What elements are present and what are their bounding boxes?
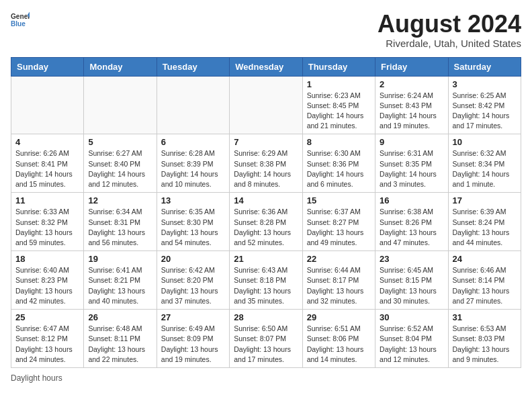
calendar-table: SundayMondayTuesdayWednesdayThursdayFrid… — [11, 57, 521, 368]
day-info: Sunrise: 6:44 AM Sunset: 8:17 PM Dayligh… — [307, 265, 371, 306]
month-year-title: August 2024 — [378, 11, 521, 38]
calendar-cell — [157, 76, 229, 134]
day-number: 31 — [453, 312, 517, 322]
weekday-header-saturday: Saturday — [448, 57, 521, 76]
calendar-cell: 26Sunrise: 6:48 AM Sunset: 8:11 PM Dayli… — [84, 310, 157, 368]
calendar-cell: 15Sunrise: 6:37 AM Sunset: 8:27 PM Dayli… — [302, 193, 375, 251]
calendar-cell: 19Sunrise: 6:41 AM Sunset: 8:21 PM Dayli… — [84, 251, 157, 310]
footer-note: Daylight hours — [11, 373, 521, 383]
day-info: Sunrise: 6:23 AM Sunset: 8:45 PM Dayligh… — [307, 91, 371, 132]
day-info: Sunrise: 6:39 AM Sunset: 8:24 PM Dayligh… — [453, 207, 517, 248]
day-number: 6 — [161, 137, 225, 147]
day-number: 26 — [88, 312, 152, 322]
generalblue-logo-icon: General Blue — [11, 11, 30, 30]
day-info: Sunrise: 6:43 AM Sunset: 8:18 PM Dayligh… — [234, 265, 298, 306]
day-info: Sunrise: 6:42 AM Sunset: 8:20 PM Dayligh… — [161, 265, 225, 306]
day-number: 14 — [234, 195, 298, 205]
svg-text:Blue: Blue — [11, 20, 26, 28]
daylight-hours-label: Daylight hours — [11, 373, 62, 383]
calendar-cell: 23Sunrise: 6:45 AM Sunset: 8:15 PM Dayli… — [375, 251, 448, 310]
day-number: 7 — [234, 137, 298, 147]
day-number: 13 — [161, 195, 225, 205]
day-number: 15 — [307, 195, 371, 205]
calendar-week-row: 25Sunrise: 6:47 AM Sunset: 8:12 PM Dayli… — [11, 310, 521, 368]
day-info: Sunrise: 6:25 AM Sunset: 8:42 PM Dayligh… — [453, 91, 517, 132]
day-info: Sunrise: 6:30 AM Sunset: 8:36 PM Dayligh… — [307, 148, 371, 189]
calendar-cell: 31Sunrise: 6:53 AM Sunset: 8:03 PM Dayli… — [448, 310, 521, 368]
weekday-header-sunday: Sunday — [11, 57, 84, 76]
day-info: Sunrise: 6:24 AM Sunset: 8:43 PM Dayligh… — [380, 91, 443, 132]
calendar-cell — [11, 76, 84, 134]
calendar-cell: 20Sunrise: 6:42 AM Sunset: 8:20 PM Dayli… — [157, 251, 229, 310]
calendar-cell: 29Sunrise: 6:51 AM Sunset: 8:06 PM Dayli… — [302, 310, 375, 368]
calendar-week-row: 11Sunrise: 6:33 AM Sunset: 8:32 PM Dayli… — [11, 193, 521, 251]
calendar-cell: 3Sunrise: 6:25 AM Sunset: 8:42 PM Daylig… — [448, 76, 521, 134]
weekday-header-row: SundayMondayTuesdayWednesdayThursdayFrid… — [11, 57, 521, 76]
calendar-cell: 1Sunrise: 6:23 AM Sunset: 8:45 PM Daylig… — [302, 76, 375, 134]
weekday-header-wednesday: Wednesday — [230, 57, 302, 76]
day-number: 28 — [234, 312, 298, 322]
calendar-cell: 8Sunrise: 6:30 AM Sunset: 8:36 PM Daylig… — [302, 134, 375, 193]
day-info: Sunrise: 6:36 AM Sunset: 8:28 PM Dayligh… — [234, 207, 298, 248]
day-info: Sunrise: 6:38 AM Sunset: 8:26 PM Dayligh… — [380, 207, 443, 248]
calendar-cell: 18Sunrise: 6:40 AM Sunset: 8:23 PM Dayli… — [11, 251, 84, 310]
day-info: Sunrise: 6:47 AM Sunset: 8:12 PM Dayligh… — [15, 324, 79, 365]
calendar-cell — [230, 76, 302, 134]
day-number: 12 — [88, 195, 152, 205]
day-info: Sunrise: 6:41 AM Sunset: 8:21 PM Dayligh… — [88, 265, 152, 306]
day-number: 21 — [234, 254, 298, 264]
weekday-header-tuesday: Tuesday — [157, 57, 229, 76]
day-number: 3 — [453, 79, 517, 89]
day-number: 20 — [161, 254, 225, 264]
title-block: August 2024 Riverdale, Utah, United Stat… — [378, 11, 521, 49]
day-info: Sunrise: 6:40 AM Sunset: 8:23 PM Dayligh… — [15, 265, 79, 306]
calendar-cell: 28Sunrise: 6:50 AM Sunset: 8:07 PM Dayli… — [230, 310, 302, 368]
day-number: 25 — [15, 312, 79, 322]
calendar-cell: 24Sunrise: 6:46 AM Sunset: 8:14 PM Dayli… — [448, 251, 521, 310]
calendar-cell: 27Sunrise: 6:49 AM Sunset: 8:09 PM Dayli… — [157, 310, 229, 368]
calendar-cell — [84, 76, 157, 134]
day-number: 17 — [453, 195, 517, 205]
calendar-cell: 14Sunrise: 6:36 AM Sunset: 8:28 PM Dayli… — [230, 193, 302, 251]
day-number: 11 — [15, 195, 79, 205]
calendar-cell: 4Sunrise: 6:26 AM Sunset: 8:41 PM Daylig… — [11, 134, 84, 193]
day-number: 22 — [307, 254, 371, 264]
day-info: Sunrise: 6:52 AM Sunset: 8:04 PM Dayligh… — [380, 324, 443, 365]
day-info: Sunrise: 6:37 AM Sunset: 8:27 PM Dayligh… — [307, 207, 371, 248]
day-number: 16 — [380, 195, 443, 205]
calendar-cell: 16Sunrise: 6:38 AM Sunset: 8:26 PM Dayli… — [375, 193, 448, 251]
day-info: Sunrise: 6:35 AM Sunset: 8:30 PM Dayligh… — [161, 207, 225, 248]
day-number: 5 — [88, 137, 152, 147]
day-info: Sunrise: 6:34 AM Sunset: 8:31 PM Dayligh… — [88, 207, 152, 248]
calendar-cell: 13Sunrise: 6:35 AM Sunset: 8:30 PM Dayli… — [157, 193, 229, 251]
calendar-week-row: 1Sunrise: 6:23 AM Sunset: 8:45 PM Daylig… — [11, 76, 521, 134]
calendar-cell: 12Sunrise: 6:34 AM Sunset: 8:31 PM Dayli… — [84, 193, 157, 251]
calendar-week-row: 4Sunrise: 6:26 AM Sunset: 8:41 PM Daylig… — [11, 134, 521, 193]
day-info: Sunrise: 6:48 AM Sunset: 8:11 PM Dayligh… — [88, 324, 152, 365]
calendar-cell: 9Sunrise: 6:31 AM Sunset: 8:35 PM Daylig… — [375, 134, 448, 193]
calendar-cell: 17Sunrise: 6:39 AM Sunset: 8:24 PM Dayli… — [448, 193, 521, 251]
day-info: Sunrise: 6:51 AM Sunset: 8:06 PM Dayligh… — [307, 324, 371, 365]
day-number: 24 — [453, 254, 517, 264]
weekday-header-friday: Friday — [375, 57, 448, 76]
logo: General Blue — [11, 11, 30, 30]
day-number: 4 — [15, 137, 79, 147]
day-info: Sunrise: 6:50 AM Sunset: 8:07 PM Dayligh… — [234, 324, 298, 365]
day-number: 30 — [380, 312, 443, 322]
calendar-week-row: 18Sunrise: 6:40 AM Sunset: 8:23 PM Dayli… — [11, 251, 521, 310]
day-info: Sunrise: 6:53 AM Sunset: 8:03 PM Dayligh… — [453, 324, 517, 365]
day-number: 10 — [453, 137, 517, 147]
calendar-cell: 2Sunrise: 6:24 AM Sunset: 8:43 PM Daylig… — [375, 76, 448, 134]
calendar-cell: 11Sunrise: 6:33 AM Sunset: 8:32 PM Dayli… — [11, 193, 84, 251]
calendar-cell: 10Sunrise: 6:32 AM Sunset: 8:34 PM Dayli… — [448, 134, 521, 193]
day-info: Sunrise: 6:46 AM Sunset: 8:14 PM Dayligh… — [453, 265, 517, 306]
day-info: Sunrise: 6:31 AM Sunset: 8:35 PM Dayligh… — [380, 148, 443, 189]
day-number: 8 — [307, 137, 371, 147]
day-info: Sunrise: 6:29 AM Sunset: 8:38 PM Dayligh… — [234, 148, 298, 189]
day-number: 29 — [307, 312, 371, 322]
day-info: Sunrise: 6:27 AM Sunset: 8:40 PM Dayligh… — [88, 148, 152, 189]
weekday-header-monday: Monday — [84, 57, 157, 76]
weekday-header-thursday: Thursday — [302, 57, 375, 76]
calendar-cell: 30Sunrise: 6:52 AM Sunset: 8:04 PM Dayli… — [375, 310, 448, 368]
calendar-cell: 22Sunrise: 6:44 AM Sunset: 8:17 PM Dayli… — [302, 251, 375, 310]
